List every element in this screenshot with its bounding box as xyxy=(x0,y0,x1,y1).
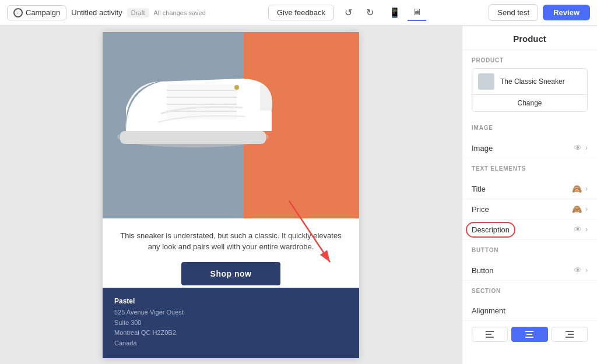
alignment-buttons xyxy=(462,321,597,348)
email-hero xyxy=(103,32,359,218)
section-section-label: SECTION xyxy=(472,288,588,294)
section-section: SECTION xyxy=(462,281,597,301)
draft-badge: Draft xyxy=(127,8,149,17)
topbar-left: ← Campaign Untitled activity Draft All c… xyxy=(7,5,206,20)
image-row[interactable]: Image 👁 › xyxy=(462,138,597,158)
align-center-button[interactable] xyxy=(511,327,547,342)
feedback-button[interactable]: Give feedback xyxy=(268,5,334,20)
align-left-icon xyxy=(486,331,494,338)
button-section: BUTTON xyxy=(462,240,597,260)
svg-rect-15 xyxy=(525,337,533,338)
footer-company: Pastel xyxy=(114,297,347,305)
description-row-actions: 👁 › xyxy=(574,225,588,234)
email-body: This sneaker is understated, but such a … xyxy=(103,218,359,288)
right-panel: Product PRODUCT The Classic Sneaker Chan… xyxy=(462,26,597,364)
text-section-label: TEXT ELEMENTS xyxy=(472,165,588,172)
title-visibility-icon[interactable]: 🙈 xyxy=(572,184,582,193)
device-toggle: 📱 🖥 xyxy=(384,5,426,21)
svg-rect-16 xyxy=(566,331,574,332)
topbar-center: Give feedback ↺ ↻ 📱 🖥 xyxy=(212,5,483,21)
campaign-icon: ← xyxy=(13,8,23,17)
description-row-label: Description xyxy=(472,225,510,234)
align-left-button[interactable] xyxy=(472,327,508,342)
alignment-row: Alignment xyxy=(462,301,597,321)
button-row[interactable]: Button 👁 › xyxy=(462,260,597,281)
review-button[interactable]: Review xyxy=(543,5,590,20)
button-section-label: BUTTON xyxy=(472,247,588,253)
product-section-label: PRODUCT xyxy=(472,57,588,63)
footer-address: 525 Avenue Viger Ouest Suite 300 Montrea… xyxy=(114,308,347,348)
svg-rect-11 xyxy=(486,334,491,335)
product-card: The Classic Sneaker Change xyxy=(472,68,588,112)
price-visibility-icon[interactable]: 🙈 xyxy=(572,204,582,214)
email-frame: This sneaker is understated, but such a … xyxy=(103,32,359,358)
email-description: This sneaker is understated, but such a … xyxy=(120,230,342,253)
image-chevron-icon: › xyxy=(585,144,588,152)
image-row-actions: 👁 › xyxy=(574,143,588,153)
change-product-button[interactable]: Change xyxy=(472,94,587,111)
main-content: This sneaker is understated, but such a … xyxy=(0,26,597,364)
saved-status: All changes saved xyxy=(154,9,206,16)
activity-title: Untitled activity xyxy=(71,8,122,17)
redo-button[interactable]: ↻ xyxy=(363,5,377,20)
description-row[interactable]: Description 👁 › xyxy=(462,220,597,240)
image-section: IMAGE xyxy=(462,118,597,138)
shop-now-button[interactable]: Shop now xyxy=(181,262,281,285)
svg-rect-14 xyxy=(526,334,532,335)
align-right-icon xyxy=(566,331,574,338)
button-chevron-icon: › xyxy=(585,266,588,274)
image-section-label: IMAGE xyxy=(472,125,588,131)
alignment-label: Alignment xyxy=(472,306,505,315)
svg-point-7 xyxy=(234,85,239,90)
svg-rect-12 xyxy=(486,337,494,338)
svg-rect-13 xyxy=(525,331,533,332)
description-chevron-icon: › xyxy=(585,225,588,234)
mobile-device-button[interactable]: 📱 xyxy=(384,5,405,21)
product-thumbnail xyxy=(478,73,494,90)
align-center-icon xyxy=(525,331,533,338)
price-row-actions: 🙈 › xyxy=(572,204,588,214)
svg-rect-2 xyxy=(167,84,237,119)
description-visibility-icon[interactable]: 👁 xyxy=(574,225,582,234)
topbar-right: Send test Review xyxy=(489,4,590,21)
image-visibility-icon[interactable]: 👁 xyxy=(574,143,582,153)
canvas-wrapper: This sneaker is understated, but such a … xyxy=(103,32,359,358)
title-chevron-icon: › xyxy=(585,185,588,193)
image-row-label: Image xyxy=(472,144,493,153)
send-test-button[interactable]: Send test xyxy=(489,4,538,21)
panel-title: Product xyxy=(462,26,597,50)
svg-rect-10 xyxy=(486,331,494,332)
sneaker-image xyxy=(103,32,359,218)
product-section: PRODUCT The Classic Sneaker Change xyxy=(462,50,597,118)
campaign-button[interactable]: ← Campaign xyxy=(7,5,66,20)
svg-rect-17 xyxy=(568,334,574,335)
product-name: The Classic Sneaker xyxy=(500,77,565,86)
button-row-label: Button xyxy=(472,266,494,275)
sneaker-svg xyxy=(103,32,289,172)
price-row-label: Price xyxy=(472,205,489,214)
title-row[interactable]: Title 🙈 › xyxy=(462,179,597,199)
button-visibility-icon[interactable]: 👁 xyxy=(574,266,582,275)
desktop-device-button[interactable]: 🖥 xyxy=(408,5,426,21)
title-row-actions: 🙈 › xyxy=(572,184,588,193)
title-row-label: Title xyxy=(472,185,486,193)
price-row[interactable]: Price 🙈 › xyxy=(462,199,597,220)
product-card-inner: The Classic Sneaker xyxy=(472,69,587,94)
canvas-area: This sneaker is understated, but such a … xyxy=(0,26,462,364)
topbar: ← Campaign Untitled activity Draft All c… xyxy=(0,0,597,26)
svg-rect-18 xyxy=(566,337,574,338)
button-row-actions: 👁 › xyxy=(574,266,588,275)
text-elements-section: TEXT ELEMENTS xyxy=(462,158,597,179)
undo-button[interactable]: ↺ xyxy=(341,5,356,20)
align-right-button[interactable] xyxy=(552,327,588,342)
campaign-label: Campaign xyxy=(26,8,60,17)
email-footer: Pastel 525 Avenue Viger Ouest Suite 300 … xyxy=(103,288,359,358)
price-chevron-icon: › xyxy=(585,205,588,213)
svg-rect-1 xyxy=(120,131,266,144)
